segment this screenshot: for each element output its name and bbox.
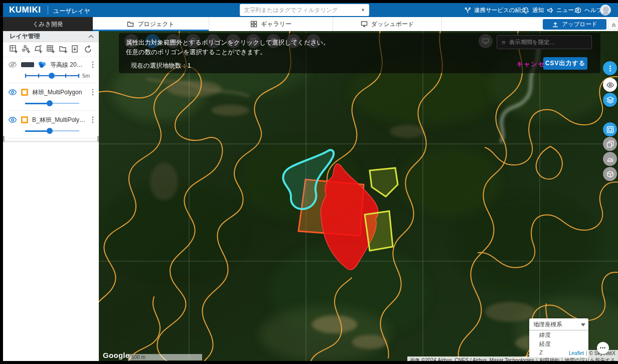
double-chevron-up-icon <box>611 22 616 28</box>
tab-dashboard[interactable]: ダッシュボード <box>333 17 442 31</box>
gallery-icon <box>250 21 257 28</box>
upload-button[interactable]: アップロード <box>543 19 606 30</box>
slider-thumb[interactable] <box>49 73 55 79</box>
layer-name[interactable]: 等高線 2024-08-21… <box>50 61 86 69</box>
terms-link[interactable]: 利用規約 <box>539 357 559 361</box>
import-file-icon[interactable] <box>71 45 80 54</box>
terrain-mesh-icon <box>606 155 614 163</box>
brand-logo[interactable]: KUMIKI <box>9 5 41 15</box>
satellite-basemap <box>99 31 618 361</box>
tab-gallery-label: ギャラリー <box>261 20 291 29</box>
point-cloud-icon <box>38 61 46 68</box>
add-folder-icon[interactable] <box>59 45 68 54</box>
date-filter-input[interactable] <box>509 39 586 45</box>
nav-notifications-label: 通知 <box>532 7 544 14</box>
visibility-on-icon[interactable] <box>8 89 17 96</box>
brand-divider <box>48 6 48 15</box>
filter-box[interactable]: ▼ <box>240 4 369 16</box>
google-logo: Google <box>103 351 129 359</box>
opacity-slider[interactable] <box>25 128 79 134</box>
tile-layers-button[interactable] <box>603 137 617 151</box>
top-header: KUMIKI ユーザレイヤ ▼ 連携サービスの紹介 通知 ニュース ヘルプ <box>3 3 618 17</box>
add-raster-icon[interactable] <box>9 45 19 54</box>
terrain-3d-button[interactable] <box>603 152 617 166</box>
tab-organization[interactable]: くみき開発 <box>3 17 93 31</box>
layer-name[interactable]: B_林班_MultiPolygon <box>32 116 86 124</box>
attribution-toggle-button[interactable]: ••• <box>597 342 609 354</box>
tab-project-label: プロジェクト <box>137 20 175 29</box>
map-canvas[interactable]: 属性出力対象範囲外とするポリゴンをクリックして選択してください。 任意の数のポリ… <box>99 31 618 361</box>
nav-help[interactable]: ヘルプ <box>575 3 602 17</box>
csv-export-button[interactable]: CSV出力する <box>543 57 587 70</box>
visibility-toggle-button[interactable] <box>603 78 617 92</box>
add-grid-icon[interactable] <box>46 45 56 54</box>
leaflet-link[interactable]: Leaflet <box>569 350 584 356</box>
report-error-link[interactable]: 地図の誤りを報告する <box>565 357 615 361</box>
integration-icon <box>465 7 471 14</box>
square-2d-icon <box>606 126 614 133</box>
tab-gallery[interactable]: ギャラリー <box>209 17 333 31</box>
sidebar-resize-handle[interactable] <box>3 136 5 142</box>
add-polygon-icon[interactable] <box>34 45 43 54</box>
scale-bar: 500 m <box>128 354 202 360</box>
attribution-imagery: 画像 ©2024 Airbus, CNES / Airbus, Maxar Te… <box>407 356 618 361</box>
layer-sidebar: レイヤ管理 等高線 2024-08-21… <box>3 31 99 361</box>
layer-menu-icon[interactable] <box>90 89 96 96</box>
slider-thumb[interactable] <box>47 100 53 106</box>
nav-integration-label: 連携サービスの紹介 <box>474 7 527 14</box>
tab-organization-label: くみき開発 <box>33 20 63 29</box>
view-3d-button[interactable] <box>603 167 617 181</box>
coordinate-system-select[interactable]: 地理座標系 <box>529 318 588 330</box>
contour-interval-label: 5m <box>82 73 90 79</box>
collapse-header-button[interactable] <box>608 20 618 30</box>
bell-icon <box>523 7 529 14</box>
layer-row-rinhan[interactable]: 林班_MultiPolygon <box>3 85 99 112</box>
visibility-off-icon[interactable] <box>8 61 17 68</box>
nav-integration[interactable]: 連携サービスの紹介 <box>465 3 527 17</box>
tab-dashboard-label: ダッシュボード <box>371 20 414 29</box>
filter-input[interactable] <box>244 7 361 13</box>
avatar[interactable] <box>600 5 611 16</box>
workspace-label[interactable]: ユーザレイヤ <box>53 7 90 16</box>
project-icon <box>127 21 134 28</box>
coordinate-system-value: 地理座標系 <box>533 321 562 328</box>
layer-row-b-rinhan[interactable]: B_林班_MultiPolygon <box>3 112 99 140</box>
ellipsis-icon: ••• <box>600 345 606 350</box>
coord-option-lng: 経度 <box>529 339 588 348</box>
eye-icon <box>606 81 614 89</box>
date-filter-box[interactable] <box>497 35 592 49</box>
more-tools-button[interactable] <box>603 61 617 75</box>
b-rinhan-color-swatch[interactable] <box>21 116 28 123</box>
chevron-down-icon[interactable]: ▼ <box>361 8 365 13</box>
tab-bar: くみき開発 プロジェクト ギャラリー ダッシュボード アップロード <box>3 17 618 31</box>
contour-interval-slider[interactable] <box>25 73 79 79</box>
app-window: KUMIKI ユーザレイヤ ▼ 連携サービスの紹介 通知 ニュース ヘルプ くみ… <box>0 0 618 364</box>
tab-project[interactable]: プロジェクト <box>93 17 209 31</box>
layers-button[interactable] <box>603 93 617 107</box>
rinhan-color-swatch[interactable] <box>21 89 28 96</box>
add-point-icon[interactable] <box>22 45 31 54</box>
upload-icon <box>552 21 559 28</box>
chevron-up-icon[interactable] <box>88 35 94 38</box>
attribution-leaflet: Leaflet|© SkymatiX <box>566 350 618 356</box>
refresh-icon[interactable] <box>83 45 93 54</box>
nav-notifications[interactable]: 通知 <box>523 3 544 17</box>
opacity-slider[interactable] <box>25 100 79 106</box>
layer-name[interactable]: 林班_MultiPolygon <box>32 88 86 97</box>
dashboard-icon <box>361 21 368 28</box>
visibility-on-icon[interactable] <box>8 116 17 123</box>
cube-icon <box>606 170 614 178</box>
polygon-yellow-quad[interactable] <box>365 211 393 251</box>
coord-option-lat: 緯度 <box>529 330 588 339</box>
layer-menu-icon[interactable] <box>90 116 96 123</box>
layer-row-contour[interactable]: 等高線 2024-08-21… 5m <box>3 57 99 85</box>
stacked-squares-icon <box>606 140 614 148</box>
panel-divider <box>3 141 99 142</box>
slider-thumb[interactable] <box>47 128 53 134</box>
layer-menu-icon[interactable] <box>90 61 96 68</box>
view-2d-button[interactable] <box>603 122 617 136</box>
upload-button-label: アップロード <box>562 21 597 28</box>
layers-icon <box>606 96 614 104</box>
chevron-down-icon <box>581 323 585 326</box>
contour-color-swatch[interactable] <box>21 62 34 67</box>
